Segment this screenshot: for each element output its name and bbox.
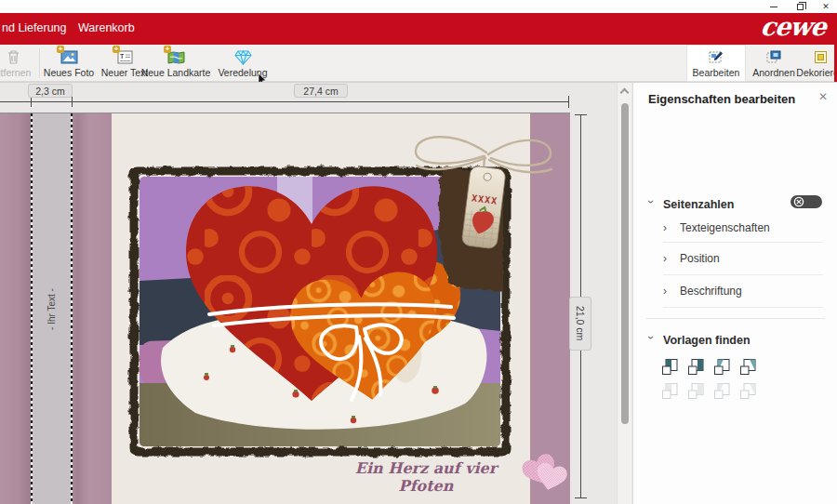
ruler-line-horizontal [0, 101, 569, 102]
chevron-down-icon: › [644, 200, 658, 209]
template-layout-icon-disabled[interactable] [739, 382, 757, 400]
menu-item-lieferung[interactable]: nd Lieferung [2, 21, 67, 34]
template-row-disabled [661, 382, 757, 400]
new-photo-button[interactable]: + Neues Foto [41, 45, 97, 82]
minimize-button[interactable] [768, 1, 779, 12]
template-layout-icon-4[interactable] [739, 358, 757, 376]
toolbar-separator [39, 48, 40, 78]
decorate-icon [811, 49, 830, 66]
template-layout-icon-2[interactable] [687, 358, 705, 376]
section-beschriftung[interactable]: › Beschriftung [663, 275, 823, 308]
main-menubar: nd Lieferung Warenkorb cewe [0, 13, 837, 45]
ruler-tick [72, 97, 73, 107]
template-layout-icon-disabled[interactable] [687, 382, 705, 400]
panel-close-icon[interactable]: ✕ [818, 90, 828, 103]
section-vorlagen-finden[interactable]: › Vorlagen finden [633, 328, 837, 352]
template-layout-icon-disabled[interactable] [713, 382, 731, 400]
scrollbar-thumb[interactable] [621, 103, 629, 424]
maximize-icon [797, 4, 804, 10]
section-texteigenschaften[interactable]: › Texteigenschaften [663, 213, 823, 243]
close-button[interactable]: ✕ [820, 1, 831, 12]
diamond-icon [233, 49, 252, 66]
panel-divider [646, 318, 825, 319]
ruler-endcap [575, 114, 587, 115]
chevron-right-icon: › [663, 285, 672, 298]
delete-button[interactable]: ntfernen [0, 45, 37, 82]
cover-photo-object[interactable]: XXXX [121, 115, 572, 468]
album-cover-spread[interactable]: - Ihr Text - [0, 113, 570, 504]
ruler-tick [31, 97, 32, 107]
page-width-label: 27,4 cm [294, 84, 348, 98]
trash-icon [4, 49, 22, 66]
chevron-right-icon: › [663, 252, 672, 265]
panel-title: Eigenschaften bearbeiten [648, 92, 795, 106]
tab-bearbeiten[interactable]: Bearbeiten [686, 45, 746, 82]
title-bar: ✕ [0, 0, 837, 13]
menu-item-warenkorb[interactable]: Warenkorb [78, 21, 135, 34]
spine-width-label: 2,3 cm [28, 84, 73, 98]
toolbar: ntfernen + Neues Foto T + Neuer Text + N… [0, 45, 837, 82]
map-plus-icon: + [166, 49, 185, 66]
editor-canvas: 2,3 cm 27,4 cm - Ihr Text - [0, 82, 632, 504]
ruler-endcap [568, 96, 569, 108]
template-layout-icon-3[interactable] [713, 358, 731, 376]
section-position[interactable]: › Position [663, 243, 823, 275]
arrange-icon [764, 49, 783, 66]
template-layout-icon-disabled[interactable] [661, 382, 679, 400]
seitenzahlen-toggle[interactable] [790, 194, 822, 213]
page-height-label: 21,0 cm [569, 297, 591, 351]
scroll-up-icon[interactable] [620, 88, 630, 98]
new-map-button[interactable]: + Neue Landkarte [136, 45, 216, 82]
chevron-down-icon: › [644, 336, 658, 345]
photo-plus-icon: + [60, 49, 78, 66]
chevron-right-icon: › [663, 221, 672, 234]
gingham-hearts-decoration[interactable] [521, 448, 569, 498]
tab-dekorieren[interactable]: Dekorieren [792, 45, 837, 82]
minimize-icon [770, 7, 777, 7]
maximize-button[interactable] [794, 1, 805, 12]
text-plus-icon: T + [115, 49, 134, 66]
template-layout-icon-1[interactable] [661, 358, 679, 376]
template-row-active [661, 358, 757, 376]
svg-text:T: T [120, 53, 125, 60]
ruler-endcap [575, 497, 587, 498]
caption-text-object[interactable]: Ein Herz auf vier Pfoten [327, 459, 525, 495]
canvas-scrollbar[interactable] [617, 83, 631, 504]
properties-panel: Eigenschaften bearbeiten ✕ › Seitenzahle… [632, 82, 837, 504]
edit-icon [707, 49, 725, 66]
spine-text-object[interactable]: - Ihr Text - [32, 276, 72, 341]
cewe-logo: cewe [759, 12, 827, 41]
